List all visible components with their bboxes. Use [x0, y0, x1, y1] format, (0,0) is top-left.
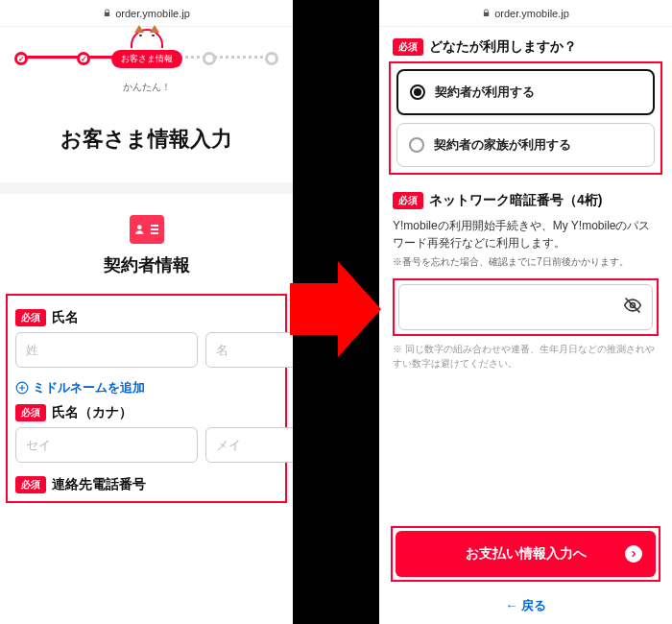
progress-stepper: お客さま情報	[0, 38, 293, 79]
surname-kana-input[interactable]	[15, 427, 198, 463]
url-bar: order.ymobile.jp	[379, 0, 672, 27]
required-badge: 必須	[15, 404, 46, 421]
eye-off-icon[interactable]	[623, 296, 642, 319]
step-dot	[14, 52, 28, 65]
radio-option-family[interactable]: 契約者の家族が利用する	[396, 123, 655, 167]
step-dot	[77, 52, 90, 65]
field-label-pin: ネットワーク暗証番号（4桁)	[429, 192, 602, 209]
step-dot	[265, 52, 278, 65]
radio-option-contractor[interactable]: 契約者が利用する	[396, 69, 655, 115]
field-label-kana: 氏名（カナ）	[52, 404, 132, 421]
step-subtitle: かんたん！	[0, 81, 293, 94]
page-title: お客さま情報入力	[0, 125, 293, 154]
pin-hint: ※ 同じ数字の組み合わせや連番、生年月日などの推測されやすい数字は避けてください…	[393, 342, 659, 371]
highlight-box-user: 契約者が利用する 契約者の家族が利用する	[389, 61, 662, 175]
chevron-right-icon	[625, 545, 642, 563]
svg-point-0	[137, 225, 142, 229]
required-badge: 必須	[393, 192, 423, 209]
pin-note: ※番号を忘れた場合、確認までに7日前後かかります。	[393, 255, 659, 269]
required-badge: 必須	[15, 476, 46, 493]
field-label-name: 氏名	[52, 309, 79, 326]
pin-description: Y!mobileの利用開始手続きや、My Y!mobileのパスワード再発行など…	[393, 217, 659, 252]
step-dot	[203, 52, 216, 65]
add-middle-name-link[interactable]: ミドルネームを追加	[15, 379, 277, 396]
required-badge: 必須	[393, 38, 423, 56]
submit-button[interactable]: お支払い情報入力へ	[396, 531, 656, 577]
phone-screen-left: order.ymobile.jp お客さま情報 かんたん！ お客さま情報入力 契…	[0, 0, 293, 624]
lock-icon	[103, 8, 111, 19]
step-bubble: お客さま情報	[111, 50, 182, 68]
submit-button-label: お支払い情報入力へ	[466, 545, 587, 561]
highlight-box-cta: お支払い情報入力へ	[391, 526, 660, 582]
radio-label: 契約者の家族が利用する	[434, 136, 571, 154]
url-bar: order.ymobile.jp	[0, 0, 293, 27]
highlight-box-pin	[393, 278, 659, 336]
pin-input[interactable]	[398, 284, 653, 330]
divider	[0, 182, 293, 194]
radio-icon	[409, 137, 424, 153]
section-title: 契約者情報	[0, 253, 293, 276]
section-header-contractor: 契約者情報	[0, 194, 293, 290]
givenname-kana-input[interactable]	[205, 427, 293, 463]
surname-input[interactable]	[15, 332, 198, 368]
add-middle-name-label: ミドルネームを追加	[33, 379, 145, 396]
flow-arrow-icon	[290, 256, 381, 366]
radio-label: 契約者が利用する	[435, 84, 535, 101]
lock-icon	[482, 8, 491, 19]
person-card-icon	[130, 215, 164, 244]
highlight-box-name: 必須 氏名 ミドルネームを追加 必須 氏名（カナ） 必須 連絡先電話番号	[6, 294, 287, 503]
url-text: order.ymobile.jp	[494, 8, 569, 19]
field-label-who: どなたが利用しますか？	[429, 38, 577, 56]
back-link[interactable]: ← 戻る	[391, 597, 660, 614]
required-badge: 必須	[15, 309, 46, 326]
radio-icon	[410, 84, 425, 100]
givenname-input[interactable]	[205, 332, 293, 368]
phone-screen-right: order.ymobile.jp 必須 どなたが利用しますか？ 契約者が利用する…	[379, 0, 672, 624]
field-label-phone: 連絡先電話番号	[52, 476, 146, 493]
cat-mascot-icon	[131, 29, 163, 48]
url-text: order.ymobile.jp	[115, 8, 190, 19]
